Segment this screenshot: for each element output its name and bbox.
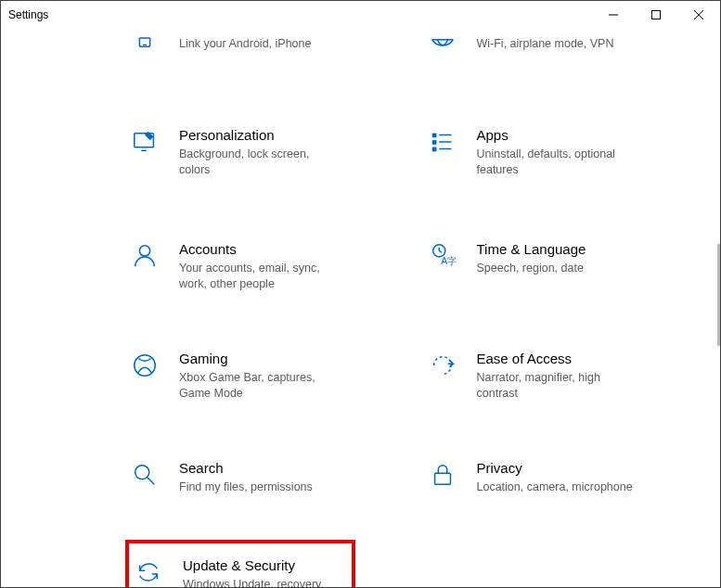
tile-personalization[interactable]: Personalization Background, lock screen,… [125, 121, 367, 184]
tile-desc: Your accounts, email, sync, work, other … [179, 261, 337, 292]
tile-desc: Find my files, permissions [179, 479, 313, 495]
person-icon [131, 240, 168, 270]
time-language-icon: A字 [429, 240, 466, 270]
tile-desc: Xbox Game Bar, captures, Game Mode [179, 370, 337, 402]
search-icon [131, 459, 168, 489]
tile-desc: Uninstall, defaults, optional features [477, 147, 635, 178]
phone-icon [131, 34, 168, 64]
apps-icon [429, 126, 466, 156]
svg-point-21 [135, 466, 149, 479]
tile-desc: Wi-Fi, airplane mode, VPN [477, 36, 614, 52]
svg-text:A字: A字 [441, 256, 457, 266]
tile-label: Search [179, 459, 313, 478]
lock-icon [429, 459, 466, 489]
tile-label: Apps [477, 126, 635, 145]
window-controls [592, 1, 720, 29]
svg-rect-1 [652, 11, 661, 19]
svg-rect-11 [431, 140, 436, 145]
tile-desc: Background, lock screen, colors [179, 147, 337, 178]
tile-network[interactable]: Wi-Fi, airplane mode, VPN [423, 29, 664, 70]
tile-search[interactable]: Search Find my files, permissions [125, 454, 367, 501]
globe-icon [429, 34, 466, 64]
tile-label: Time & Language [477, 240, 586, 259]
close-button[interactable] [677, 1, 720, 29]
tile-time-language[interactable]: A字 Time & Language Speech, region, date [423, 235, 664, 298]
tile-label: Gaming [179, 350, 337, 368]
titlebar: Settings [1, 1, 720, 29]
tile-desc: Narrator, magnifier, high contrast [477, 370, 635, 402]
svg-line-18 [439, 250, 442, 252]
settings-window: Settings Link your Android, i [0, 0, 721, 588]
svg-line-22 [148, 478, 155, 485]
window-title: Settings [8, 8, 48, 21]
tile-desc: Location, camera, microphone [477, 479, 633, 495]
tile-label: Privacy [477, 459, 633, 478]
settings-grid: Link your Android, iPhone Wi-Fi, airplan… [1, 29, 720, 587]
maximize-button[interactable] [635, 1, 677, 29]
svg-rect-9 [431, 134, 436, 138]
tile-desc: Windows Update, recovery, backup [183, 577, 341, 587]
tile-label: Ease of Access [477, 350, 635, 368]
svg-rect-23 [434, 473, 450, 484]
tile-privacy[interactable]: Privacy Location, camera, microphone [423, 454, 664, 501]
tile-label: Update & Security [183, 556, 341, 575]
svg-point-15 [139, 246, 149, 256]
tile-phone[interactable]: Link your Android, iPhone [125, 29, 367, 70]
sync-icon [135, 556, 172, 586]
tile-label: Accounts [179, 240, 337, 259]
tile-gaming[interactable]: Gaming Xbox Game Bar, captures, Game Mod… [125, 344, 367, 407]
tile-desc: Speech, region, date [477, 261, 586, 276]
personalization-icon [131, 126, 168, 156]
ease-of-access-icon [429, 350, 466, 379]
tile-label: Personalization [179, 126, 337, 145]
tile-update-security[interactable]: Update & Security Windows Update, recove… [125, 540, 355, 587]
tile-apps[interactable]: Apps Uninstall, defaults, optional featu… [423, 121, 664, 184]
svg-rect-13 [431, 147, 436, 152]
xbox-icon [131, 350, 168, 379]
tile-ease-of-access[interactable]: Ease of Access Narrator, magnifier, high… [423, 344, 664, 407]
tile-accounts[interactable]: Accounts Your accounts, email, sync, wor… [125, 235, 367, 298]
scrollbar[interactable] [717, 244, 720, 346]
minimize-button[interactable] [592, 1, 635, 29]
content-area: Link your Android, iPhone Wi-Fi, airplan… [1, 29, 720, 587]
tile-desc: Link your Android, iPhone [179, 36, 311, 52]
